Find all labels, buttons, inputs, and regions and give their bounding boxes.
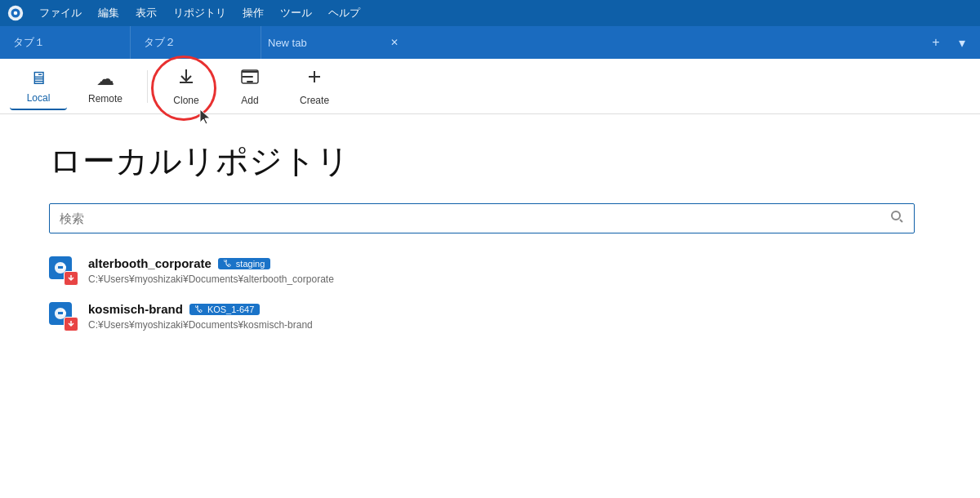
repo-name-1: alterbooth_corporate xyxy=(88,256,212,270)
menu-tools[interactable]: ツール xyxy=(274,2,318,24)
repo-branch-badge-1: staging xyxy=(218,258,270,269)
repo-branch-badge-2: KOS_1-647 xyxy=(189,304,260,315)
add-label: Add xyxy=(241,95,258,106)
tab-2-label: タブ２ xyxy=(144,35,176,50)
local-icon: 🖥 xyxy=(29,68,47,89)
repo-path-1: C:¥Users¥myoshizaki¥Documents¥alterbooth… xyxy=(88,273,334,285)
tab-actions: + ▾ xyxy=(918,26,980,59)
app-logo xyxy=(7,4,24,22)
search-icon xyxy=(889,209,904,228)
tabbar: タブ１ タブ２ New tab ✕ + ▾ xyxy=(0,26,980,59)
clone-button[interactable]: Clone xyxy=(158,62,215,111)
tab-new-label: New tab xyxy=(268,37,387,49)
repo-icon-stack-1 xyxy=(49,256,78,286)
local-button[interactable]: 🖥 Local xyxy=(10,63,67,110)
svg-point-4 xyxy=(892,211,900,220)
repo-info-1: alterbooth_corporate staging C:¥Users¥my… xyxy=(88,256,334,285)
menu-file[interactable]: ファイル xyxy=(33,2,88,24)
repo-item-alterbooth[interactable]: alterbooth_corporate staging C:¥Users¥my… xyxy=(49,253,931,289)
repo-list: alterbooth_corporate staging C:¥Users¥my… xyxy=(49,253,931,335)
tab-2[interactable]: タブ２ xyxy=(131,26,261,59)
local-label: Local xyxy=(27,92,51,104)
menu-actions[interactable]: 操作 xyxy=(236,2,270,24)
clone-icon xyxy=(176,67,196,91)
menubar: ファイル 編集 表示 リポジトリ 操作 ツール ヘルプ xyxy=(0,0,980,26)
repo-name-row-1: alterbooth_corporate staging xyxy=(88,256,334,270)
add-icon xyxy=(240,67,260,91)
create-label: Create xyxy=(300,95,329,106)
tab-1[interactable]: タブ１ xyxy=(0,26,131,59)
repo-name-2: kosmisch-brand xyxy=(88,302,183,316)
svg-point-2 xyxy=(14,11,18,16)
repo-path-2: C:¥Users¥myoshizaki¥Documents¥kosmisch-b… xyxy=(88,319,313,331)
clone-label: Clone xyxy=(173,95,198,106)
repo-name-row-2: kosmisch-brand KOS_1-647 xyxy=(88,302,313,316)
remote-icon: ☁ xyxy=(96,69,114,90)
tab-1-label: タブ１ xyxy=(13,35,45,50)
repo-icon-badge-1 xyxy=(64,271,78,286)
menu-view[interactable]: 表示 xyxy=(129,2,163,24)
repo-item-kosmisch[interactable]: kosmisch-brand KOS_1-647 C:¥Users¥myoshi… xyxy=(49,299,931,335)
page-title: ローカルリポジトリ xyxy=(49,139,931,184)
repo-info-2: kosmisch-brand KOS_1-647 C:¥Users¥myoshi… xyxy=(88,302,313,331)
cursor-icon xyxy=(198,108,213,126)
add-button[interactable]: Add xyxy=(221,62,278,111)
remote-button[interactable]: ☁ Remote xyxy=(74,64,137,109)
repo-icon-stack-2 xyxy=(49,302,78,331)
search-bar xyxy=(49,203,915,233)
repo-icon-badge-2 xyxy=(64,317,78,331)
search-input[interactable] xyxy=(60,211,889,225)
menu-repository[interactable]: リポジトリ xyxy=(167,2,233,24)
toolbar-separator-1 xyxy=(147,70,148,103)
remote-label: Remote xyxy=(88,93,122,104)
menu-help[interactable]: ヘルプ xyxy=(322,2,367,24)
new-tab-button[interactable]: + xyxy=(924,31,947,54)
tab-dropdown-button[interactable]: ▾ xyxy=(951,31,973,54)
create-icon xyxy=(305,67,324,91)
tab-close-btn[interactable]: ✕ xyxy=(387,35,402,50)
main-content: ローカルリポジトリ xyxy=(0,114,980,359)
create-button[interactable]: Create xyxy=(285,62,344,111)
tab-new[interactable]: New tab ✕ xyxy=(261,26,408,59)
toolbar: 🖥 Local ☁ Remote Clone Add xyxy=(0,59,980,114)
menu-edit[interactable]: 編集 xyxy=(91,2,126,24)
